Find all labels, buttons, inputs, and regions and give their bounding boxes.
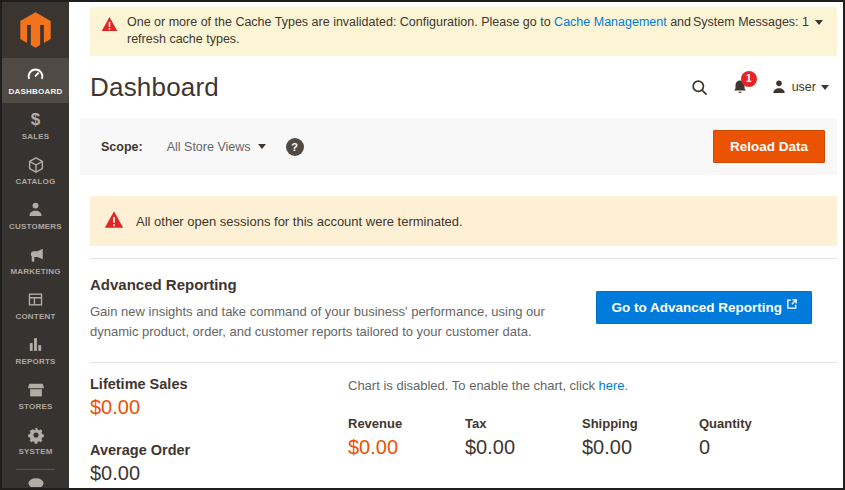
advanced-reporting-description: Gain new insights and take command of yo… bbox=[90, 302, 596, 342]
external-link-icon bbox=[787, 299, 797, 309]
metric-shipping: Shipping $0.00 bbox=[582, 416, 699, 459]
sidebar-item-label: CATALOG bbox=[16, 177, 56, 186]
lifetime-stats: Lifetime Sales $0.00 Average Order $0.00 bbox=[90, 376, 348, 488]
metric-label: Shipping bbox=[582, 416, 699, 431]
metric-tax: Tax $0.00 bbox=[465, 416, 582, 459]
help-icon[interactable]: ? bbox=[286, 138, 304, 156]
store-icon bbox=[27, 381, 45, 399]
sidebar-item-label: CUSTOMERS bbox=[9, 222, 62, 231]
metric-value: 0 bbox=[699, 436, 816, 459]
lifetime-sales-label: Lifetime Sales bbox=[90, 376, 348, 392]
sidebar-item-label: CONTENT bbox=[15, 312, 55, 321]
bar-chart-icon bbox=[27, 336, 44, 354]
sidebar-item-content[interactable]: CONTENT bbox=[2, 283, 69, 328]
sidebar-item-label: REPORTS bbox=[15, 357, 55, 366]
chart-notice-after: . bbox=[625, 378, 629, 393]
metric-label: Revenue bbox=[348, 416, 465, 431]
partners-icon[interactable] bbox=[2, 475, 69, 487]
section-divider bbox=[90, 258, 837, 259]
user-menu[interactable]: user bbox=[771, 79, 829, 95]
main-content: One or more of the Cache Types are inval… bbox=[69, 2, 843, 488]
warning-triangle-icon bbox=[104, 210, 124, 233]
gauge-icon bbox=[26, 66, 45, 84]
dashboard-stats: Lifetime Sales $0.00 Average Order $0.00… bbox=[90, 376, 837, 488]
sidebar-item-catalog[interactable]: CATALOG bbox=[2, 148, 69, 193]
chevron-down-icon bbox=[258, 144, 266, 149]
sidebar-item-label: SALES bbox=[22, 132, 50, 141]
megaphone-icon bbox=[27, 246, 45, 264]
session-warning-message: All other open sessions for this account… bbox=[90, 196, 837, 246]
user-avatar-icon bbox=[771, 79, 787, 95]
sidebar-item-reports[interactable]: REPORTS bbox=[2, 328, 69, 373]
enable-chart-link[interactable]: here bbox=[599, 378, 625, 393]
user-name: user bbox=[792, 80, 816, 94]
gear-icon bbox=[27, 426, 45, 444]
chart-disabled-notice: Chart is disabled. To enable the chart, … bbox=[348, 378, 837, 393]
advanced-reporting-button-label: Go to Advanced Reporting bbox=[611, 300, 782, 315]
sidebar-item-stores[interactable]: STORES bbox=[2, 373, 69, 418]
go-to-advanced-reporting-button[interactable]: Go to Advanced Reporting bbox=[596, 291, 812, 324]
page-title: Dashboard bbox=[90, 72, 219, 103]
sidebar-item-label: SYSTEM bbox=[18, 447, 52, 456]
metrics-row: Revenue $0.00 Tax $0.00 Shipping $0.00 Q… bbox=[348, 416, 837, 459]
advanced-reporting-title: Advanced Reporting bbox=[90, 276, 596, 293]
metric-revenue: Revenue $0.00 bbox=[348, 416, 465, 459]
advanced-reporting-text: Advanced Reporting Gain new insights and… bbox=[90, 276, 596, 342]
session-warning-text: All other open sessions for this account… bbox=[136, 214, 463, 229]
box-icon bbox=[27, 156, 45, 174]
chart-notice-before: Chart is disabled. To enable the chart, … bbox=[348, 378, 599, 393]
lifetime-sales-value: $0.00 bbox=[90, 396, 348, 419]
cache-warning-text: One or more of the Cache Types are inval… bbox=[127, 14, 693, 48]
magento-admin-window: DASHBOARD $ SALES CATALOG CUSTOMERS bbox=[0, 0, 845, 490]
sidebar-item-dashboard[interactable]: DASHBOARD bbox=[2, 58, 69, 103]
system-messages-label: System Messages: 1 bbox=[693, 15, 809, 29]
sidebar-item-marketing[interactable]: MARKETING bbox=[2, 238, 69, 283]
system-messages-banner: One or more of the Cache Types are inval… bbox=[90, 7, 837, 56]
sidebar-item-label: DASHBOARD bbox=[9, 87, 63, 96]
chevron-down-icon bbox=[821, 85, 829, 90]
search-icon[interactable] bbox=[690, 78, 709, 97]
average-order-value: $0.00 bbox=[90, 462, 348, 485]
page-actions-bar: Scope: All Store Views ? Reload Data bbox=[80, 118, 837, 175]
chart-area: Chart is disabled. To enable the chart, … bbox=[348, 376, 837, 488]
sidebar-menu: DASHBOARD $ SALES CATALOG CUSTOMERS bbox=[2, 58, 69, 463]
sidebar-divider bbox=[16, 469, 55, 470]
sidebar-item-customers[interactable]: CUSTOMERS bbox=[2, 193, 69, 238]
sidebar: DASHBOARD $ SALES CATALOG CUSTOMERS bbox=[2, 2, 69, 488]
notifications-bell-icon[interactable]: 1 bbox=[731, 78, 749, 97]
metric-quantity: Quantity 0 bbox=[699, 416, 816, 459]
average-order-label: Average Order bbox=[90, 442, 348, 458]
scope-label: Scope: bbox=[101, 140, 143, 154]
reload-data-button[interactable]: Reload Data bbox=[713, 130, 825, 163]
sidebar-item-system[interactable]: SYSTEM bbox=[2, 418, 69, 463]
advanced-reporting-section: Advanced Reporting Gain new insights and… bbox=[90, 276, 837, 342]
person-icon bbox=[27, 201, 44, 219]
cache-warning-before: One or more of the Cache Types are inval… bbox=[127, 15, 554, 29]
magento-logo-icon bbox=[19, 11, 52, 49]
metric-label: Quantity bbox=[699, 416, 816, 431]
system-messages-dropdown[interactable]: System Messages: 1 bbox=[693, 14, 823, 29]
store-view-value: All Store Views bbox=[167, 140, 251, 154]
store-view-switcher[interactable]: All Store Views bbox=[167, 140, 266, 154]
header-actions: 1 user bbox=[690, 78, 837, 97]
layout-icon bbox=[27, 291, 44, 309]
metric-value: $0.00 bbox=[465, 436, 582, 459]
metric-value: $0.00 bbox=[582, 436, 699, 459]
page-header: Dashboard 1 user bbox=[90, 68, 837, 106]
warning-triangle-icon bbox=[101, 16, 118, 36]
metric-value: $0.00 bbox=[348, 436, 465, 459]
sidebar-item-label: MARKETING bbox=[10, 267, 60, 276]
chevron-down-icon bbox=[815, 20, 823, 25]
sidebar-item-sales[interactable]: $ SALES bbox=[2, 103, 69, 148]
metric-label: Tax bbox=[465, 416, 582, 431]
section-divider bbox=[90, 362, 837, 363]
sidebar-item-label: STORES bbox=[19, 402, 53, 411]
notification-count-badge: 1 bbox=[741, 71, 757, 87]
magento-logo[interactable] bbox=[2, 2, 69, 58]
dollar-icon: $ bbox=[31, 111, 40, 129]
cache-management-link[interactable]: Cache Management bbox=[554, 15, 667, 29]
